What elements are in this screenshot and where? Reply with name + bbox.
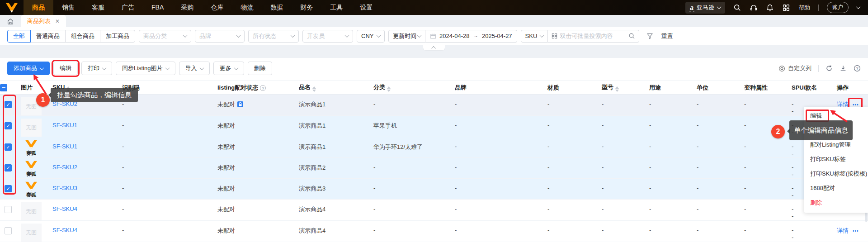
product-type-tabs: 全部普通商品组合商品加工商品	[7, 30, 135, 43]
add-product-button[interactable]: 添加商品	[7, 62, 50, 75]
nav-item-8[interactable]: 物流	[232, 0, 262, 15]
customize-columns-button[interactable]: 自定义列	[778, 64, 811, 72]
date-range-picker[interactable]: 2024-04-28 ~ 2025-04-27	[425, 30, 517, 43]
menu-item-4[interactable]: 打印SKU标签(按模板)	[804, 167, 868, 181]
sku-link[interactable]: SF-SKU3	[52, 185, 77, 191]
filter-select-1[interactable]: 商品分类	[139, 30, 191, 43]
select-value: 商品分类	[143, 32, 167, 40]
cell-category: -	[369, 221, 450, 242]
help-circle-icon[interactable]: ?	[260, 85, 266, 91]
table-row-3: ✓赛狐SF-SKU1-未配对演示商品1华为手环12/太难了--------详情•…	[0, 137, 868, 158]
close-tab-icon[interactable]: ✕	[55, 18, 60, 24]
export-download-icon[interactable]	[840, 65, 847, 72]
column-header-name[interactable]: 品名	[294, 81, 369, 95]
sku-link[interactable]: SF-SKU1	[52, 143, 77, 150]
help-link[interactable]: 帮助	[798, 4, 810, 12]
chevron-down-icon[interactable]	[856, 5, 861, 9]
toolbar-button-1[interactable]: 编辑	[53, 62, 78, 75]
row-checkbox[interactable]: ✓	[5, 101, 12, 108]
cell-img: 赛狐	[16, 137, 48, 158]
chevron-down-icon	[377, 33, 381, 38]
cell-usage: -	[645, 95, 692, 116]
row-checkbox[interactable]: ✓	[5, 164, 12, 172]
amazon-icon: a	[690, 5, 693, 10]
filter-select-2[interactable]: 品牌	[195, 30, 245, 43]
row-checkbox[interactable]: ✓	[5, 185, 12, 192]
filter-select-3[interactable]: 所有状态	[248, 30, 299, 43]
toolbar-button-6[interactable]: 删除	[248, 62, 272, 75]
menu-item-6[interactable]: 删除	[804, 195, 868, 210]
menu-item-5[interactable]: 1688配对	[804, 181, 868, 195]
notifications-bell-icon[interactable]	[766, 4, 774, 12]
marketplace-selector[interactable]: a 亚马逊	[685, 2, 725, 14]
toolbar-button-4[interactable]: 导入	[179, 62, 210, 75]
nav-item-6[interactable]: 采购	[172, 0, 202, 15]
date-field-select[interactable]: 更新时间	[388, 30, 425, 43]
account-button[interactable]: 账户	[827, 2, 849, 13]
nav-item-3[interactable]: 客服	[83, 0, 113, 15]
column-label: 型号	[602, 84, 613, 91]
row-checkbox[interactable]	[5, 206, 12, 213]
filter-select-4[interactable]: 开发员	[302, 30, 353, 43]
detail-link[interactable]: 详情	[837, 227, 849, 234]
select-all-checkbox[interactable]	[0, 84, 7, 91]
step-2-badge: 2	[771, 125, 785, 138]
row-checkbox[interactable]: ✓	[5, 143, 12, 151]
more-actions-button[interactable]: •••	[853, 229, 859, 233]
toolbar-button-2[interactable]: 打印	[81, 62, 112, 75]
sku-link[interactable]: SF-SKU4	[52, 227, 77, 233]
search-input[interactable]: 双击可批量搜索内容	[548, 30, 639, 43]
column-header-model[interactable]: 型号	[597, 81, 645, 95]
search-field-select[interactable]: SKU	[521, 30, 548, 43]
cell-category: 华为手环12/太难了	[369, 137, 450, 158]
sku-link[interactable]: SF-SKU4	[52, 205, 77, 212]
collapse-panel-button[interactable]	[423, 45, 445, 51]
chevron-up-icon	[431, 46, 436, 50]
main-panel: 添加商品 编辑打印同步Listing图片导入更多删除 自定义列 ?	[0, 58, 868, 243]
apps-grid-icon[interactable]	[782, 4, 790, 12]
type-tab-4[interactable]: 加工商品	[100, 30, 135, 43]
home-tab-icon[interactable]	[0, 15, 21, 27]
sku-link[interactable]: SF-SKU1	[52, 122, 77, 129]
nav-item-7[interactable]: 仓库	[202, 0, 232, 15]
filter-select-5[interactable]: CNY	[357, 30, 385, 43]
sort-icon[interactable]	[387, 86, 391, 92]
tab-product-list[interactable]: 商品列表 ✕	[21, 15, 66, 27]
nav-item-9[interactable]: 数据	[262, 0, 292, 15]
nav-item-10[interactable]: 财务	[292, 0, 321, 15]
headset-icon[interactable]	[750, 4, 758, 12]
reset-button[interactable]: 重置	[661, 32, 673, 40]
cell-code: -	[118, 158, 213, 179]
sku-link[interactable]: SF-SKU2	[52, 164, 77, 171]
type-tab-3[interactable]: 组合商品	[65, 30, 100, 43]
listing-status: 未配对	[217, 206, 235, 213]
nav-item-5[interactable]: FBA	[143, 0, 172, 15]
toolbar-button-3[interactable]: 同步Listing图片	[116, 62, 175, 75]
column-header-img: 图片	[16, 81, 48, 95]
search-icon[interactable]	[628, 33, 635, 39]
nav-item-12[interactable]: 设置	[351, 0, 381, 15]
help-circle-icon[interactable]: ?	[854, 65, 861, 72]
saihu-logo-icon[interactable]	[0, 0, 24, 15]
cell-category: -	[369, 158, 450, 179]
row-checkbox[interactable]	[5, 227, 12, 234]
date-separator: ~	[473, 33, 479, 39]
cell-unit: -	[692, 137, 740, 158]
type-tab-2[interactable]: 普通商品	[30, 30, 66, 43]
filter-funnel-icon[interactable]	[646, 33, 653, 39]
refresh-icon[interactable]	[826, 65, 833, 72]
row-checkbox[interactable]: ✓	[5, 122, 12, 129]
type-tab-1[interactable]: 全部	[7, 30, 31, 43]
nav-item-4[interactable]: 广告	[113, 0, 143, 15]
nav-item-11[interactable]: 工具	[321, 0, 351, 15]
nav-item-2[interactable]: 销售	[53, 0, 83, 15]
cell-material: -	[543, 137, 597, 158]
sort-icon[interactable]	[615, 86, 619, 92]
column-header-category[interactable]: 分类	[369, 81, 450, 95]
sort-icon[interactable]	[312, 86, 316, 92]
cell-brand: -	[450, 95, 543, 116]
search-icon[interactable]	[733, 4, 741, 12]
nav-item-1[interactable]: 商品	[24, 0, 53, 15]
menu-item-3[interactable]: 打印SKU标签	[804, 152, 868, 167]
toolbar-button-5[interactable]: 更多	[213, 62, 244, 75]
